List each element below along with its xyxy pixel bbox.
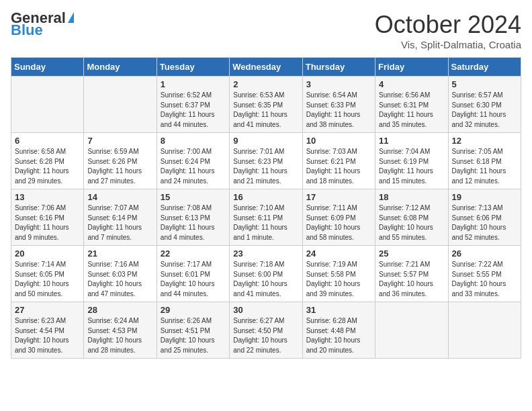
weekday-header: Monday [84,58,157,77]
day-detail: Sunrise: 7:03 AMSunset: 6:21 PMDaylight:… [306,147,371,186]
weekday-header-row: SundayMondayTuesdayWednesdayThursdayFrid… [11,58,521,77]
day-detail: Sunrise: 6:53 AMSunset: 6:35 PMDaylight:… [233,91,298,130]
calendar-cell [375,302,448,359]
calendar-cell: 27 Sunrise: 6:23 AMSunset: 4:54 PMDaylig… [11,302,84,359]
calendar-cell: 15 Sunrise: 7:08 AMSunset: 6:13 PMDaylig… [157,189,229,246]
day-detail: Sunrise: 7:06 AMSunset: 6:16 PMDaylight:… [15,203,80,242]
day-number: 17 [306,192,371,202]
day-number: 24 [306,248,371,259]
day-detail: Sunrise: 6:24 AMSunset: 4:53 PMDaylight:… [87,316,152,355]
day-number: 27 [15,305,80,315]
calendar-cell: 17 Sunrise: 7:11 AMSunset: 6:09 PMDaylig… [302,189,375,246]
day-detail: Sunrise: 6:27 AMSunset: 4:50 PMDaylight:… [233,316,298,355]
calendar-cell: 20 Sunrise: 7:14 AMSunset: 6:05 PMDaylig… [11,246,84,302]
day-detail: Sunrise: 6:28 AMSunset: 4:48 PMDaylight:… [306,316,371,355]
calendar-cell: 26 Sunrise: 7:22 AMSunset: 5:55 PMDaylig… [448,246,521,302]
day-number: 14 [87,192,152,202]
day-detail: Sunrise: 7:12 AMSunset: 6:08 PMDaylight:… [379,203,444,242]
day-number: 10 [306,136,371,146]
day-detail: Sunrise: 6:52 AMSunset: 6:37 PMDaylight:… [161,91,226,130]
calendar-cell: 1 Sunrise: 6:52 AMSunset: 6:37 PMDayligh… [157,77,229,133]
location-text: Vis, Split-Dalmatia, Croatia [375,39,521,50]
day-number: 28 [87,305,152,315]
day-number: 23 [233,248,298,259]
day-number: 6 [15,136,80,146]
day-number: 26 [452,248,517,259]
calendar-cell: 13 Sunrise: 7:06 AMSunset: 6:16 PMDaylig… [11,189,84,246]
calendar-cell: 30 Sunrise: 6:27 AMSunset: 4:50 PMDaylig… [230,302,302,359]
page-header: General Blue October 2024 Vis, Split-Dal… [11,11,521,50]
calendar-cell: 2 Sunrise: 6:53 AMSunset: 6:35 PMDayligh… [230,77,302,133]
day-number: 30 [233,305,298,315]
calendar-week-row: 13 Sunrise: 7:06 AMSunset: 6:16 PMDaylig… [11,189,521,246]
day-detail: Sunrise: 7:13 AMSunset: 6:06 PMDaylight:… [452,203,517,242]
calendar-cell: 21 Sunrise: 7:16 AMSunset: 6:03 PMDaylig… [84,246,157,302]
day-number: 19 [452,192,517,202]
day-number: 5 [452,79,517,89]
day-number: 16 [233,192,298,202]
logo: General Blue [11,11,74,38]
day-number: 29 [161,305,226,315]
day-detail: Sunrise: 7:10 AMSunset: 6:11 PMDaylight:… [233,203,298,242]
day-number: 25 [379,248,444,259]
calendar-cell: 25 Sunrise: 7:21 AMSunset: 5:57 PMDaylig… [375,246,448,302]
day-number: 21 [87,248,152,259]
day-detail: Sunrise: 7:18 AMSunset: 6:00 PMDaylight:… [233,260,298,299]
weekday-header: Saturday [448,58,521,77]
calendar-cell: 3 Sunrise: 6:54 AMSunset: 6:33 PMDayligh… [302,77,375,133]
weekday-header: Wednesday [230,58,302,77]
calendar-week-row: 1 Sunrise: 6:52 AMSunset: 6:37 PMDayligh… [11,77,521,133]
calendar-cell: 23 Sunrise: 7:18 AMSunset: 6:00 PMDaylig… [230,246,302,302]
calendar-cell: 9 Sunrise: 7:01 AMSunset: 6:23 PMDayligh… [230,133,302,189]
calendar-cell [448,302,521,359]
calendar-cell: 29 Sunrise: 6:26 AMSunset: 4:51 PMDaylig… [157,302,229,359]
day-detail: Sunrise: 7:21 AMSunset: 5:57 PMDaylight:… [379,260,444,299]
logo-blue-text: Blue [11,23,74,38]
day-number: 3 [306,79,371,89]
day-detail: Sunrise: 6:26 AMSunset: 4:51 PMDaylight:… [161,316,226,355]
day-number: 18 [379,192,444,202]
calendar-cell: 16 Sunrise: 7:10 AMSunset: 6:11 PMDaylig… [230,189,302,246]
day-number: 12 [452,136,517,146]
calendar-cell: 7 Sunrise: 6:59 AMSunset: 6:26 PMDayligh… [84,133,157,189]
day-detail: Sunrise: 7:22 AMSunset: 5:55 PMDaylight:… [452,260,517,299]
calendar-cell: 18 Sunrise: 7:12 AMSunset: 6:08 PMDaylig… [375,189,448,246]
month-title: October 2024 [375,11,521,39]
day-detail: Sunrise: 7:16 AMSunset: 6:03 PMDaylight:… [87,260,152,299]
day-detail: Sunrise: 6:54 AMSunset: 6:33 PMDaylight:… [306,91,371,130]
calendar-week-row: 27 Sunrise: 6:23 AMSunset: 4:54 PMDaylig… [11,302,521,359]
day-detail: Sunrise: 7:04 AMSunset: 6:19 PMDaylight:… [379,147,444,186]
weekday-header: Thursday [302,58,375,77]
day-detail: Sunrise: 6:57 AMSunset: 6:30 PMDaylight:… [452,91,517,130]
day-number: 2 [233,79,298,89]
day-detail: Sunrise: 6:58 AMSunset: 6:28 PMDaylight:… [15,147,80,186]
calendar-cell: 4 Sunrise: 6:56 AMSunset: 6:31 PMDayligh… [375,77,448,133]
day-detail: Sunrise: 7:14 AMSunset: 6:05 PMDaylight:… [15,260,80,299]
day-number: 4 [379,79,444,89]
calendar-cell: 6 Sunrise: 6:58 AMSunset: 6:28 PMDayligh… [11,133,84,189]
calendar-cell: 11 Sunrise: 7:04 AMSunset: 6:19 PMDaylig… [375,133,448,189]
day-detail: Sunrise: 7:01 AMSunset: 6:23 PMDaylight:… [233,147,298,186]
calendar-cell: 14 Sunrise: 7:07 AMSunset: 6:14 PMDaylig… [84,189,157,246]
day-number: 8 [161,136,226,146]
calendar-week-row: 20 Sunrise: 7:14 AMSunset: 6:05 PMDaylig… [11,246,521,302]
day-detail: Sunrise: 7:19 AMSunset: 5:58 PMDaylight:… [306,260,371,299]
calendar-week-row: 6 Sunrise: 6:58 AMSunset: 6:28 PMDayligh… [11,133,521,189]
calendar-table: SundayMondayTuesdayWednesdayThursdayFrid… [11,57,521,359]
day-detail: Sunrise: 7:07 AMSunset: 6:14 PMDaylight:… [87,203,152,242]
day-number: 1 [161,79,226,89]
day-detail: Sunrise: 7:08 AMSunset: 6:13 PMDaylight:… [161,203,226,242]
calendar-cell: 24 Sunrise: 7:19 AMSunset: 5:58 PMDaylig… [302,246,375,302]
day-number: 22 [161,248,226,259]
calendar-cell: 22 Sunrise: 7:17 AMSunset: 6:01 PMDaylig… [157,246,229,302]
weekday-header: Friday [375,58,448,77]
calendar-cell [84,77,157,133]
day-detail: Sunrise: 7:17 AMSunset: 6:01 PMDaylight:… [161,260,226,299]
calendar-cell: 10 Sunrise: 7:03 AMSunset: 6:21 PMDaylig… [302,133,375,189]
calendar-cell: 19 Sunrise: 7:13 AMSunset: 6:06 PMDaylig… [448,189,521,246]
calendar-cell: 5 Sunrise: 6:57 AMSunset: 6:30 PMDayligh… [448,77,521,133]
calendar-cell [11,77,84,133]
day-number: 15 [161,192,226,202]
day-number: 11 [379,136,444,146]
weekday-header: Tuesday [157,58,229,77]
